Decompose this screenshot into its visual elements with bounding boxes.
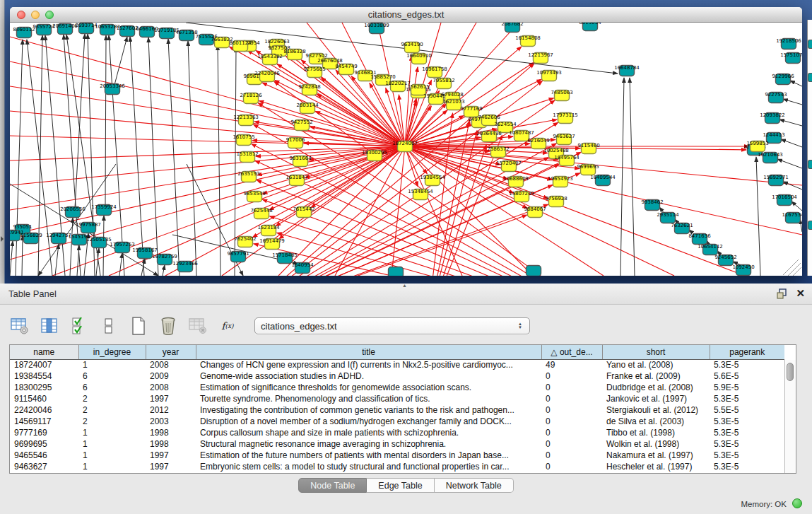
- cell-page[interactable]: 5.3E-5: [710, 393, 784, 404]
- table-selector-dropdown[interactable]: citations_edges.txt ▲▼: [254, 317, 530, 334]
- collapse-arrow-icon[interactable]: [1, 236, 4, 242]
- cell-deg[interactable]: 1: [78, 427, 146, 438]
- deselect-all-icon[interactable]: [99, 316, 119, 336]
- cell-deg[interactable]: 6: [78, 370, 146, 382]
- cell-name[interactable]: 19384554: [10, 370, 78, 382]
- cell-title[interactable]: Estimation of the future numbers of pati…: [196, 450, 541, 461]
- column-header-name[interactable]: name: [10, 345, 78, 359]
- cell-page[interactable]: 5.3E-5: [710, 438, 784, 450]
- cell-title[interactable]: Disruption of a novel member of a sodium…: [196, 416, 541, 427]
- cell-page[interactable]: 5.3E-5: [710, 450, 784, 461]
- table-settings-icon[interactable]: [10, 316, 30, 336]
- cell-deg[interactable]: 1: [78, 359, 146, 370]
- cell-title[interactable]: Changes of HCN gene expression and I(f) …: [196, 359, 541, 370]
- cell-name[interactable]: 18300295: [10, 382, 78, 393]
- cell-name[interactable]: 9699695: [10, 438, 78, 450]
- cell-page[interactable]: 5.3E-5: [710, 416, 784, 427]
- cell-deg[interactable]: 1: [78, 450, 146, 461]
- select-all-icon[interactable]: [69, 316, 89, 336]
- cell-year[interactable]: 2009: [146, 370, 196, 382]
- cell-year[interactable]: 2003: [146, 416, 196, 427]
- cell-out[interactable]: 0: [541, 404, 602, 416]
- table-row[interactable]: 946554611997Estimation of the future num…: [10, 450, 784, 461]
- column-header-out_de[interactable]: △ out_de...: [541, 345, 602, 359]
- cell-short[interactable]: Yano et al. (2008): [602, 359, 710, 370]
- delete-icon[interactable]: [158, 316, 178, 336]
- cell-year[interactable]: 1997: [146, 450, 196, 461]
- minimize-window-button[interactable]: [31, 11, 40, 19]
- cell-title[interactable]: Corpus callosum shape and size in male p…: [196, 427, 541, 438]
- cell-page[interactable]: 5.3E-5: [710, 461, 784, 472]
- column-header-short[interactable]: short: [602, 345, 710, 359]
- column-header-pagerank[interactable]: pagerank: [710, 345, 784, 359]
- select-columns-icon[interactable]: [40, 316, 59, 336]
- cell-title[interactable]: Estimation of significance thresholds fo…: [196, 382, 541, 393]
- divider-handle[interactable]: ▲: [402, 283, 407, 288]
- cell-short[interactable]: Nakamura et al. (1997): [602, 450, 710, 461]
- table-row[interactable]: 1830029562008Estimation of significance …: [10, 382, 784, 393]
- column-header-title[interactable]: title: [196, 345, 541, 359]
- cell-title[interactable]: Tourette syndrome. Phenomenology and cla…: [196, 393, 541, 404]
- cell-year[interactable]: 2012: [146, 404, 196, 416]
- new-file-icon[interactable]: [129, 316, 148, 336]
- cell-deg[interactable]: 1: [78, 461, 146, 472]
- cell-title[interactable]: Genome-wide association studies in ADHD.: [196, 370, 541, 382]
- table-row[interactable]: 969969511998Structural magnetic resonanc…: [10, 438, 784, 450]
- cell-out[interactable]: 0: [541, 450, 602, 461]
- function-builder-icon[interactable]: f(x): [218, 316, 237, 336]
- window-titlebar[interactable]: citations_edges.txt: [10, 7, 802, 23]
- cell-title[interactable]: Structural magnetic resonance image aver…: [196, 438, 541, 450]
- graph-node[interactable]: [389, 267, 404, 276]
- cell-year[interactable]: 1997: [146, 461, 196, 472]
- zoom-window-button[interactable]: [45, 11, 54, 19]
- delete-table-icon[interactable]: [188, 316, 208, 336]
- float-panel-icon[interactable]: [777, 288, 787, 299]
- column-header-year[interactable]: year: [146, 345, 196, 359]
- memory-indicator[interactable]: [792, 498, 802, 508]
- cell-title[interactable]: Investigating the contribution of common…: [196, 404, 541, 416]
- tab-network-table[interactable]: Network Table: [435, 478, 514, 493]
- close-panel-icon[interactable]: ✕: [796, 287, 805, 300]
- cell-out[interactable]: 0: [541, 393, 602, 404]
- cell-short[interactable]: Tibbo et al. (1998): [602, 427, 710, 438]
- cell-short[interactable]: Wolkin et al. (1998): [602, 438, 710, 450]
- citation-network-graph[interactable]: 8360112935572420691406269371410653287152…: [10, 23, 802, 276]
- cell-out[interactable]: 0: [541, 382, 602, 393]
- cell-deg[interactable]: 6: [78, 382, 146, 393]
- cell-page[interactable]: 5.5E-5: [710, 404, 784, 416]
- cell-short[interactable]: de Silva et al. (2003): [602, 416, 710, 427]
- tab-edge-table[interactable]: Edge Table: [367, 478, 434, 493]
- graph-node[interactable]: [526, 266, 541, 276]
- cell-page[interactable]: 5.9E-5: [710, 382, 784, 393]
- table-row[interactable]: 946362711997Embryonic stem cells: a mode…: [10, 461, 784, 472]
- cell-deg[interactable]: 2: [78, 416, 146, 427]
- cell-name[interactable]: 14569117: [10, 416, 78, 427]
- cell-out[interactable]: 49: [541, 359, 602, 370]
- table-row[interactable]: 911546021997Tourette syndrome. Phenomeno…: [10, 393, 784, 404]
- cell-out[interactable]: 0: [541, 438, 602, 450]
- cell-short[interactable]: Jankovic et al. (1997): [602, 393, 710, 404]
- cell-short[interactable]: Hescheler et al. (1997): [602, 461, 710, 472]
- table-row[interactable]: 1872400712008Changes of HCN gene express…: [10, 359, 784, 370]
- cell-out[interactable]: 0: [541, 416, 602, 427]
- cell-title[interactable]: Embryonic stem cells: a model to study s…: [196, 461, 541, 472]
- cell-short[interactable]: Stergiakouli et al. (2012): [602, 404, 710, 416]
- cell-year[interactable]: 1998: [146, 438, 196, 450]
- scrollbar-thumb[interactable]: [787, 363, 794, 381]
- close-window-button[interactable]: [17, 11, 25, 19]
- tab-node-table[interactable]: Node Table: [298, 478, 367, 493]
- cell-out[interactable]: 0: [541, 370, 602, 382]
- cell-page[interactable]: 5.3E-5: [710, 427, 784, 438]
- cell-out[interactable]: 0: [541, 427, 602, 438]
- cell-year[interactable]: 1997: [146, 393, 196, 404]
- cell-page[interactable]: 5.6E-5: [710, 370, 784, 382]
- cell-short[interactable]: Dudbridge et al. (2008): [602, 382, 710, 393]
- cell-year[interactable]: 2008: [146, 382, 196, 393]
- table-row[interactable]: 1938455462009Genome-wide association stu…: [10, 370, 784, 382]
- table-scrollbar[interactable]: [784, 360, 796, 473]
- cell-name[interactable]: 9465546: [10, 450, 78, 461]
- cell-deg[interactable]: 2: [78, 404, 146, 416]
- cell-name[interactable]: 18724007: [10, 359, 78, 370]
- cell-deg[interactable]: 1: [78, 438, 146, 450]
- cell-page[interactable]: 5.3E-5: [710, 359, 784, 370]
